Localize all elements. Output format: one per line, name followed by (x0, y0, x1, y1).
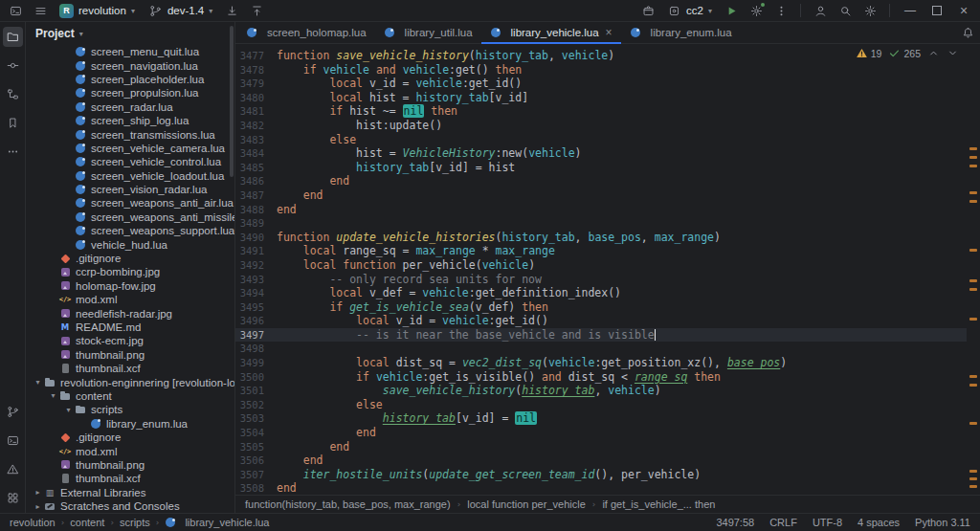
line-number[interactable]: 3497 (235, 328, 277, 343)
line-number[interactable]: 3489 (235, 216, 277, 231)
version-control-toolwindow-icon[interactable] (3, 402, 23, 422)
bookmarks-toolwindow-icon[interactable] (3, 113, 23, 133)
tree-item[interactable]: stock-ecm.jpg (26, 334, 234, 347)
code-line[interactable]: 3490function update_vehicle_histories(hi… (235, 231, 967, 245)
chevron-right-icon[interactable]: ▸ (32, 502, 44, 511)
tree-item[interactable]: screen_menu_quit.lua (26, 45, 234, 58)
code-editor[interactable]: 3477function save_vehicle_history(histor… (235, 44, 980, 495)
line-number[interactable]: 3482 (235, 119, 277, 133)
breadcrumb-item[interactable]: function(history_tab, base_pos, max_rang… (245, 498, 451, 510)
code-line[interactable]: 3487 end (235, 188, 967, 203)
code-line[interactable]: 3496 local v_id = vehicle:get_id() (235, 314, 967, 328)
tree-item[interactable]: needlefish-radar.jpg (26, 306, 234, 320)
tree-item[interactable]: screen_navigation.lua (26, 58, 234, 72)
code-line[interactable]: 3494 local v_def = vehicle:get_definitio… (235, 286, 967, 300)
code-line[interactable]: 3491 local range_sq = max_range * max_ra… (235, 244, 967, 258)
line-number[interactable]: 3478 (235, 63, 277, 77)
code-line[interactable]: 3497 -- is it near the base_vehicle and … (235, 328, 967, 343)
tree-item[interactable]: screen_propulsion.lua (26, 86, 234, 100)
line-number[interactable]: 3491 (235, 244, 277, 258)
tree-item[interactable]: screen_vision_radar.lua (26, 183, 234, 196)
line-number[interactable]: 3504 (235, 426, 277, 440)
notifications-bell-icon[interactable] (955, 22, 980, 43)
problems-toolwindow-icon[interactable] (3, 459, 23, 479)
project-widget[interactable]: R revolution ▾ (54, 2, 141, 20)
structure-toolwindow-icon[interactable] (3, 84, 23, 104)
tree-item[interactable]: </>mod.xml (26, 444, 234, 457)
line-number[interactable]: 3484 (235, 146, 277, 161)
nav-item[interactable]: scripts (120, 517, 150, 528)
tree-item[interactable]: screen_vehicle_loadout.lua (26, 169, 234, 183)
line-number[interactable]: 3495 (235, 300, 277, 315)
code-line[interactable]: 3500 if vehicle:get_is_visible() and dis… (235, 370, 967, 385)
tab-library-vehicle-lua[interactable]: library_vehicle.lua× (481, 22, 621, 43)
prev-problem-icon[interactable] (927, 47, 940, 59)
line-number[interactable]: 3477 (235, 49, 277, 63)
line-number[interactable]: 3498 (235, 342, 277, 356)
nav-item[interactable]: revolution (10, 517, 56, 528)
run-button[interactable] (720, 1, 743, 20)
chevron-right-icon[interactable]: ▸ (32, 488, 44, 497)
chevron-down-icon[interactable]: ▾ (47, 391, 59, 400)
close-tab-icon[interactable]: × (606, 27, 612, 38)
indent-widget[interactable]: 4 spaces (858, 517, 900, 528)
code-line[interactable]: 3492 local function per_vehicle(vehicle) (235, 258, 967, 273)
tree-item[interactable]: screen_vehicle_control.lua (26, 155, 234, 168)
nav-item[interactable]: library_vehicle.lua (185, 517, 269, 528)
tree-item[interactable]: screen_weapons_anti_missile.lua (26, 210, 234, 224)
main-menu-icon[interactable] (29, 1, 52, 20)
code-line[interactable]: 3505 end (235, 440, 967, 454)
code-line[interactable]: 3488end (235, 203, 967, 217)
error-stripe-scrollbar[interactable] (967, 44, 980, 495)
code-line[interactable]: 3495 if get_is_vehicle_sea(v_def) then (235, 300, 967, 315)
project-panel-header[interactable]: Project ▾ (26, 22, 234, 45)
code-line[interactable]: 3482 hist:update() (235, 119, 967, 133)
line-number[interactable]: 3479 (235, 77, 277, 91)
tree-item[interactable]: screen_vehicle_camera.lua (26, 142, 234, 155)
chevron-down-icon[interactable]: ▾ (62, 406, 75, 414)
tree-item[interactable]: ▾scripts (26, 403, 234, 416)
line-number[interactable]: 3503 (235, 411, 277, 426)
line-number[interactable]: 3501 (235, 384, 277, 398)
vcs-update-icon[interactable] (220, 1, 243, 20)
close-button[interactable]: × (951, 0, 976, 21)
tree-item[interactable]: screen_transmissions.lua (26, 127, 234, 141)
nav-item[interactable]: content (70, 517, 104, 528)
line-number[interactable]: 3508 (235, 481, 277, 495)
tree-item[interactable]: thumbnail.xcf (26, 472, 234, 485)
tree-item[interactable]: screen_ship_log.lua (26, 114, 234, 127)
line-number[interactable]: 3499 (235, 356, 277, 370)
build-icon[interactable] (636, 1, 659, 20)
code-line[interactable]: 3485 history_tab[v_id] = hist (235, 161, 967, 175)
chevron-down-icon[interactable]: ▾ (32, 378, 44, 387)
tree-item[interactable]: library_enum.lua (26, 417, 234, 431)
code-line[interactable]: 3499 local dist_sq = vec2_dist_sq(vehicl… (235, 356, 967, 370)
caret-position-widget[interactable]: 3497:58 (716, 517, 754, 528)
tab-library-util-lua[interactable]: library_util.lua (375, 22, 481, 43)
terminal-toolwindow-icon[interactable] (3, 431, 23, 451)
code-line[interactable]: 3480 local hist = history_tab[v_id] (235, 91, 967, 105)
interpreter-widget[interactable]: Python 3.11 (915, 517, 970, 528)
user-icon[interactable] (809, 1, 832, 20)
tree-item[interactable]: </>mod.xml (26, 293, 234, 306)
services-toolwindow-icon[interactable] (3, 488, 23, 508)
code-line[interactable]: 3489 (235, 216, 967, 231)
more-actions-icon[interactable] (769, 1, 792, 20)
line-number[interactable]: 3487 (235, 188, 277, 203)
line-number[interactable]: 3493 (235, 273, 277, 287)
code-line[interactable]: 3508end (235, 481, 967, 495)
line-number[interactable]: 3490 (235, 231, 277, 245)
tree-item[interactable]: holomap-fow.jpg (26, 279, 234, 293)
minimize-button[interactable]: — (898, 0, 923, 21)
line-number[interactable]: 3494 (235, 286, 277, 300)
services-gear-icon[interactable] (745, 1, 768, 20)
breadcrumb-item[interactable]: local function per_vehicle (467, 498, 586, 510)
line-number[interactable]: 3500 (235, 370, 277, 385)
tree-item[interactable]: vehicle_hud.lua (26, 237, 234, 251)
tree-item[interactable]: ▾content (26, 389, 234, 403)
line-number[interactable]: 3502 (235, 398, 277, 412)
tree-item[interactable]: ccrp-bombing.jpg (26, 265, 234, 278)
commit-toolwindow-icon[interactable] (3, 55, 23, 76)
line-number[interactable]: 3481 (235, 104, 277, 119)
tree-item[interactable]: ▸Scratches and Consoles (26, 499, 234, 513)
